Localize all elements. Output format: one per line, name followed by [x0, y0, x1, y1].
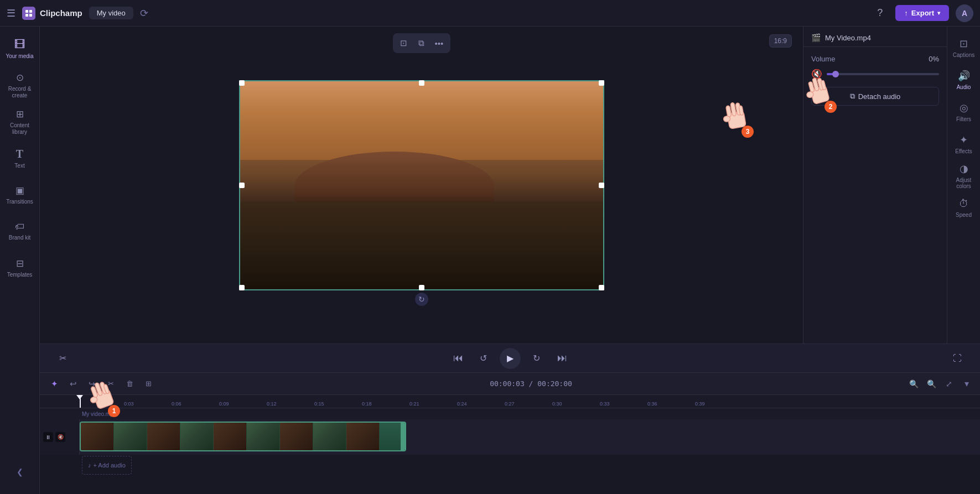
sidebar-label-text: Text: [14, 163, 24, 169]
sidebar-label-your-media: Your media: [6, 53, 33, 60]
effects-icon: ✦: [960, 134, 968, 146]
svg-rect-2: [25, 14, 28, 17]
detach-audio-button[interactable]: ⧉ Detach audio: [811, 87, 939, 106]
sidebar-collapse-btn[interactable]: ❮: [2, 454, 38, 490]
clip-thumb-7: [280, 423, 313, 450]
export-button[interactable]: ↑ Export ▾: [895, 5, 949, 21]
fit-timeline-button[interactable]: ⤢: [941, 376, 957, 392]
sidebar-item-content-library[interactable]: ⊞ Content library: [2, 104, 38, 139]
slider-thumb[interactable]: [832, 71, 839, 77]
effects-label: Effects: [955, 148, 972, 154]
sidebar-item-text[interactable]: T Text: [2, 141, 38, 176]
pip-button[interactable]: ⧉: [414, 35, 429, 51]
your-media-icon: 🎞: [14, 38, 25, 51]
logo-text: Clipchamp: [40, 8, 82, 18]
zoom-in-button[interactable]: 🔍: [924, 376, 939, 392]
video-clip[interactable]: [80, 422, 406, 451]
filters-label: Filters: [956, 116, 971, 122]
ruler-mark-3: 0:09: [219, 401, 229, 407]
text-icon: T: [16, 148, 23, 160]
clip-marker-button[interactable]: ✂: [53, 349, 72, 368]
ruler-mark-10: 0:30: [552, 401, 562, 407]
skip-start-button[interactable]: ⏮: [449, 349, 468, 368]
ruler-mark-6: 0:18: [362, 401, 372, 407]
ruler-mark-9: 0:27: [505, 401, 515, 407]
skip-end-button[interactable]: ⏭: [553, 349, 572, 368]
fullscreen-button[interactable]: ⛶: [948, 349, 967, 368]
mute-track-btn[interactable]: 🔇: [55, 432, 65, 442]
left-sidebar: 🎞 Your media ⊙ Record & create ⊞ Content…: [0, 27, 40, 494]
crop-button[interactable]: ⊡: [396, 35, 412, 51]
mute-icon[interactable]: 🔇: [811, 69, 822, 79]
playhead-triangle: [76, 395, 83, 399]
play-button[interactable]: ▶: [500, 348, 521, 369]
sidebar-item-record-create[interactable]: ⊙ Record & create: [2, 67, 38, 103]
rewind-button[interactable]: ↺: [474, 349, 493, 368]
rs-adjust-colors[interactable]: ◑ Adjust colors: [950, 160, 978, 191]
redo-button[interactable]: ↪: [84, 376, 100, 392]
more-options-button[interactable]: •••: [432, 35, 447, 51]
track-header: My video.mp4: [40, 408, 980, 419]
rs-captions[interactable]: ⊡ Captions: [950, 32, 978, 63]
pb-left-controls: ✂: [53, 349, 72, 368]
sidebar-item-your-media[interactable]: 🎞 Your media: [2, 31, 38, 66]
logo: Clipchamp: [22, 7, 82, 20]
sidebar-item-brand-kit[interactable]: 🏷 Brand kit: [2, 214, 38, 249]
adjust-colors-icon: ◑: [960, 163, 968, 175]
add-audio-button[interactable]: ♪ + Add audio: [82, 456, 132, 475]
timeline-area: ✦ ↩ ↪ ✂ 🗑 ⊞ 00:00:03 / 00:20:00 🔍 🔍 ⤢ ▾: [40, 372, 980, 494]
audio-track-row: ♪ + Add audio: [40, 455, 980, 475]
magic-button[interactable]: ✦: [46, 376, 62, 392]
handle-bottom-left[interactable]: [239, 285, 245, 290]
playhead[interactable]: [80, 395, 81, 408]
undo-button[interactable]: ↩: [65, 376, 81, 392]
timeline-expand-button[interactable]: ▾: [960, 377, 973, 391]
right-panel-content: Volume 0% 🔇 ⧉ Detach audio: [803, 47, 947, 344]
captions-icon: ⊡: [960, 38, 968, 50]
user-avatar[interactable]: A: [956, 4, 973, 22]
zoom-out-button[interactable]: 🔍: [906, 376, 921, 392]
handle-top-left[interactable]: [239, 80, 245, 86]
rs-speed[interactable]: ⏱ Speed: [950, 193, 978, 223]
handle-bottom-right[interactable]: [599, 285, 604, 290]
clip-thumb-3: [147, 423, 180, 450]
handle-bottom-mid[interactable]: [419, 285, 424, 290]
handle-top-mid[interactable]: [419, 80, 424, 86]
logo-icon: [22, 7, 35, 20]
video-frame[interactable]: ↻: [239, 80, 604, 290]
handle-mid-right[interactable]: [599, 183, 604, 188]
rs-audio[interactable]: 🔊 Audio: [950, 64, 978, 95]
pause-track-btn[interactable]: ⏸: [43, 432, 53, 442]
timeline-tracks: My video.mp4 ⏸ 🔇: [40, 408, 980, 494]
delete-button[interactable]: 🗑: [122, 376, 137, 392]
svg-rect-0: [25, 10, 28, 13]
file-name-label: My Video.mp4: [825, 34, 871, 42]
ruler-mark-2: 0:06: [172, 401, 182, 407]
hamburger-menu[interactable]: ☰: [7, 7, 15, 19]
autosave-icon: ⟳: [140, 7, 148, 19]
topbar: ☰ Clipchamp My video ⟳ ? ↑ Export ▾ A: [0, 0, 980, 27]
track-content: [80, 419, 980, 455]
sidebar-item-transitions[interactable]: ▣ Transitions: [2, 177, 38, 212]
rs-effects[interactable]: ✦ Effects: [950, 128, 978, 159]
volume-slider[interactable]: [827, 73, 939, 75]
rotate-handle[interactable]: ↻: [415, 293, 428, 306]
fast-forward-button[interactable]: ↻: [527, 349, 546, 368]
sidebar-item-templates[interactable]: ⊟ Templates: [2, 250, 38, 285]
brand-kit-icon: 🏷: [15, 221, 24, 232]
clip-thumb-2: [114, 423, 147, 450]
clip-end-handle[interactable]: [401, 423, 405, 450]
rs-filters[interactable]: ◎ Filters: [950, 96, 978, 127]
adjust-colors-label: Adjust colors: [950, 177, 978, 189]
cut-button[interactable]: ✂: [103, 376, 118, 392]
handle-top-right[interactable]: [599, 80, 604, 86]
record-icon: ⊙: [16, 72, 24, 84]
handle-mid-left[interactable]: [239, 183, 245, 188]
clip-thumb-8: [313, 423, 346, 450]
video-title-tab[interactable]: My video: [89, 7, 133, 19]
help-button[interactable]: ?: [871, 4, 889, 22]
audio-label: Audio: [957, 84, 971, 90]
preview-toolbar: ⊡ ⧉ •••: [393, 33, 450, 53]
sidebar-label-record: Record & create: [2, 86, 38, 99]
save-frame-button[interactable]: ⊞: [141, 376, 156, 392]
